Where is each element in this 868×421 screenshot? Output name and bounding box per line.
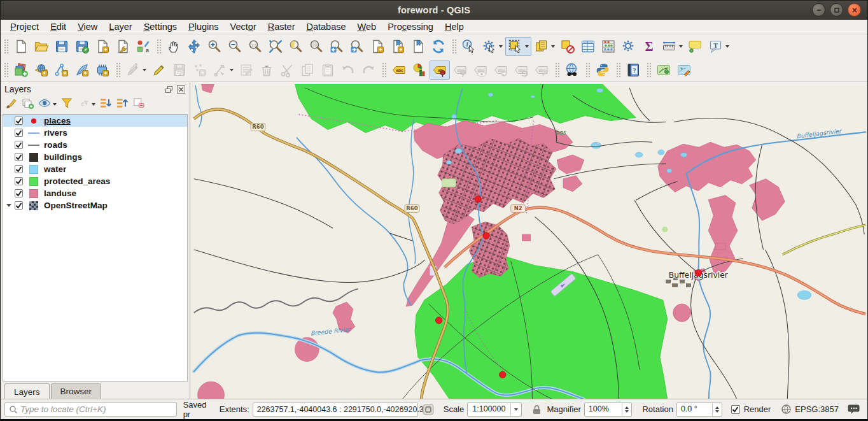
locate-bar[interactable]	[4, 402, 177, 417]
layer-checkbox[interactable]	[15, 177, 23, 185]
menu-item-processing[interactable]: Processing	[382, 20, 439, 33]
magnifier-spin-buttons[interactable]	[622, 403, 631, 416]
rotation-spinbox[interactable]: 0.0 °	[676, 403, 722, 417]
layer-checkbox[interactable]	[15, 189, 23, 197]
plugin-map-button[interactable]	[654, 61, 674, 80]
processing-toolbox-button[interactable]	[619, 37, 639, 56]
dropdown-arrow-icon[interactable]	[551, 45, 555, 48]
highlight-pinned-labels-button[interactable]: abc	[450, 61, 470, 80]
menu-item-project[interactable]: Project	[4, 20, 45, 33]
layer-checkbox[interactable]	[15, 141, 23, 149]
multiedit-attributes-button[interactable]	[236, 61, 256, 80]
layer-row-openstreetmap[interactable]: OpenStreetMap	[3, 199, 187, 211]
layer-styling-button[interactable]	[4, 96, 19, 113]
toolbar-grip[interactable]	[555, 62, 560, 78]
rotation-spin-buttons[interactable]	[712, 403, 722, 416]
pan-map-button[interactable]	[164, 37, 184, 56]
style-manager-button[interactable]: a	[133, 37, 153, 56]
pin-labels-button[interactable]: ab	[430, 61, 450, 80]
dock-tab-browser[interactable]: Browser	[51, 383, 102, 399]
current-edits-button[interactable]	[123, 61, 149, 80]
layer-row-landuse[interactable]: landuse	[3, 187, 187, 199]
dock-tab-layers[interactable]: Layers	[4, 383, 50, 400]
filter-legend-button[interactable]	[59, 96, 74, 113]
menu-item-raster[interactable]: Raster	[262, 20, 301, 33]
layer-tree[interactable]: placesriversroadsbuildingswaterprotected…	[3, 114, 188, 382]
scale-combo[interactable]: 1:100000	[467, 403, 522, 417]
add-group-button[interactable]	[20, 96, 36, 113]
bookmarks-panel-button[interactable]	[408, 37, 428, 56]
redo-button[interactable]	[358, 61, 379, 80]
zoom-full-button[interactable]	[265, 37, 286, 56]
layer-row-buildings[interactable]: buildings	[3, 151, 187, 163]
lock-scale-button[interactable]	[532, 404, 542, 415]
close-button[interactable]	[848, 3, 861, 17]
toolbar-grip[interactable]	[382, 62, 387, 78]
new-print-layout-button[interactable]	[92, 37, 113, 56]
cut-features-button[interactable]	[277, 61, 297, 80]
save-project-as-button[interactable]	[72, 37, 92, 56]
identify-features-button[interactable]: i	[459, 37, 479, 56]
layer-labeling-button[interactable]: abc	[389, 61, 409, 80]
dropdown-arrow-icon[interactable]	[499, 45, 503, 48]
zoom-last-button[interactable]	[326, 37, 347, 56]
menu-item-vector[interactable]: Vector	[225, 20, 262, 33]
deselect-features-button[interactable]	[557, 37, 578, 56]
toolbar-grip[interactable]	[157, 39, 162, 54]
attribute-table-button[interactable]	[578, 37, 598, 56]
toolbar-grip[interactable]	[452, 39, 457, 54]
layer-checkbox[interactable]	[15, 153, 23, 161]
layer-diagram-button[interactable]	[409, 61, 430, 80]
toggle-editing-button[interactable]	[149, 61, 169, 80]
remove-layer-button[interactable]	[131, 96, 146, 113]
pan-to-selection-button[interactable]	[184, 37, 204, 56]
layer-row-water[interactable]: water	[3, 163, 187, 175]
show-bookmarks-button[interactable]	[388, 37, 408, 56]
measure-button[interactable]	[659, 37, 685, 56]
menu-item-settings[interactable]: Settings	[138, 20, 183, 33]
zoom-native-button[interactable]: 1:1	[245, 37, 265, 56]
dropdown-arrow-icon[interactable]	[725, 45, 729, 48]
toolbar-grip[interactable]	[4, 39, 9, 54]
open-project-button[interactable]	[31, 37, 52, 56]
zoom-in-button[interactable]	[204, 37, 225, 56]
select-features-button[interactable]	[505, 37, 531, 56]
layer-checkbox[interactable]	[15, 201, 23, 210]
new-virtual-layer-button[interactable]	[92, 61, 113, 80]
menu-item-plugins[interactable]: Plugins	[183, 20, 225, 33]
text-annotation-button[interactable]: T	[706, 37, 732, 56]
layer-row-protected_areas[interactable]: protected_areas	[3, 175, 187, 187]
move-label-button[interactable]: abc	[491, 61, 511, 80]
expand-arrow-icon[interactable]	[3, 204, 15, 207]
copy-features-button[interactable]	[297, 61, 318, 80]
field-calculator-button[interactable]	[598, 37, 619, 56]
extents-toggle-button[interactable]	[422, 403, 435, 416]
add-feature-button[interactable]	[190, 61, 210, 80]
change-label-button[interactable]: abc	[531, 61, 552, 80]
place-marker[interactable]	[483, 232, 489, 239]
title-bar[interactable]: foreword - QGIS	[1, 1, 867, 20]
expand-all-button[interactable]	[98, 96, 113, 113]
layer-row-places[interactable]: places	[3, 115, 187, 127]
paste-features-button[interactable]	[318, 61, 338, 80]
magnifier-spinbox[interactable]: 100%	[584, 403, 633, 417]
dropdown-arrow-icon[interactable]	[679, 45, 683, 48]
dropdown-arrow-icon[interactable]	[53, 103, 57, 106]
toolbar-grip[interactable]	[647, 62, 652, 78]
menu-item-database[interactable]: Database	[300, 20, 351, 33]
refresh-button[interactable]	[428, 37, 449, 56]
float-panel-button[interactable]	[164, 85, 174, 94]
new-geopackage-layer-button[interactable]	[31, 61, 52, 80]
menu-item-help[interactable]: Help	[439, 20, 470, 33]
minimize-button[interactable]	[812, 3, 825, 17]
rotate-label-button[interactable]: abc	[511, 61, 531, 80]
manage-themes-button[interactable]	[37, 96, 58, 113]
metasearch-button[interactable]	[562, 61, 582, 80]
render-checkbox[interactable]	[731, 405, 740, 414]
show-hidden-labels-button[interactable]: abc	[470, 61, 491, 80]
toolbar-grip[interactable]	[585, 62, 591, 78]
save-layer-edits-button[interactable]	[169, 61, 190, 80]
help-contents-button[interactable]: ?	[623, 61, 643, 80]
save-project-button[interactable]	[52, 37, 72, 56]
toolbar-grip[interactable]	[116, 62, 121, 78]
